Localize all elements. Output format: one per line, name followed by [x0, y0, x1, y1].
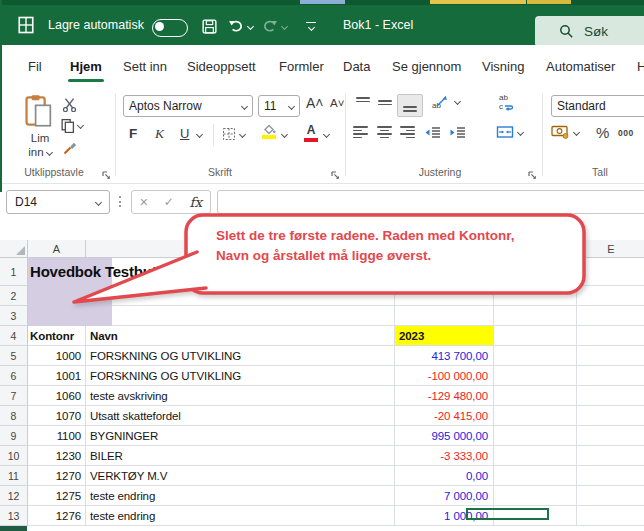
borders-dropdown[interactable]: [240, 132, 245, 137]
table-row[interactable]: 1060 teste avskriving -129 480,00: [28, 386, 644, 406]
comma-style-button[interactable]: 000: [618, 128, 634, 138]
underline-dropdown[interactable]: [197, 132, 202, 137]
cell-name[interactable]: FORSKNING OG UTVIKLING: [86, 366, 395, 385]
cell-account[interactable]: 1230: [28, 446, 86, 465]
cell-value[interactable]: 7 000,00: [395, 486, 494, 505]
cell-value[interactable]: -20 415,00: [395, 406, 494, 425]
row-header-8[interactable]: 8: [0, 406, 28, 426]
tab-hjem[interactable]: Hjem: [70, 59, 102, 74]
cell-value[interactable]: -100 000,00: [395, 366, 494, 385]
increase-indent-button[interactable]: [449, 126, 466, 139]
cell-value[interactable]: -3 333,00: [395, 446, 494, 465]
cell-c1[interactable]: [395, 258, 494, 285]
row-header-6[interactable]: 6: [0, 366, 28, 386]
enter-button[interactable]: ✓: [164, 195, 174, 209]
paste-button[interactable]: [24, 94, 54, 128]
cell-name[interactable]: Utsatt skattefordel: [86, 406, 395, 425]
cell-name[interactable]: BILER: [86, 446, 395, 465]
tab-visning[interactable]: Visning: [482, 59, 524, 74]
cell-b3[interactable]: [86, 306, 395, 325]
formula-bar-grip[interactable]: [119, 196, 121, 207]
cell-empty[interactable]: [577, 506, 644, 525]
table-row[interactable]: 1230 BILER -3 333,00: [28, 446, 644, 466]
cell-empty[interactable]: [494, 426, 577, 445]
row-header-9[interactable]: 9: [0, 426, 28, 446]
cell-name[interactable]: teste avskriving: [86, 386, 395, 405]
tab-fil[interactable]: Fil: [28, 59, 42, 74]
orientation-button[interactable]: ab: [432, 94, 449, 110]
tab-se-gjennom[interactable]: Se gjennom: [392, 59, 461, 74]
sheet-header-row[interactable]: Kontonr Navn 2023: [28, 326, 644, 346]
cell-name[interactable]: FORSKNING OG UTVIKLING: [86, 346, 395, 365]
cell-empty[interactable]: [577, 406, 644, 425]
save-button[interactable]: [201, 18, 218, 35]
align-right-button[interactable]: [399, 126, 415, 138]
paste-label[interactable]: Lim inn: [18, 132, 62, 160]
table-row[interactable]: 1100 BYGNINGER 995 000,00: [28, 426, 644, 446]
select-all-button[interactable]: [0, 240, 28, 258]
table-row[interactable]: 1070 Utsatt skattefordel -20 415,00: [28, 406, 644, 426]
cell-empty[interactable]: [494, 466, 577, 485]
redo-dropdown-chevron[interactable]: [281, 22, 288, 29]
cell-value[interactable]: -129 480,00: [395, 386, 494, 405]
row-header-3[interactable]: 3: [0, 306, 28, 326]
formula-input[interactable]: [217, 190, 644, 214]
align-top-button[interactable]: [356, 97, 370, 102]
column-header-b[interactable]: B: [86, 240, 395, 258]
number-format-combo[interactable]: Standard: [551, 95, 644, 117]
table-row[interactable]: 1000 FORSKNING OG UTVIKLING 413 700,00: [28, 346, 644, 366]
cell-value[interactable]: 0,00: [395, 466, 494, 485]
cell-e1[interactable]: [577, 258, 644, 285]
cell-d4[interactable]: [494, 326, 577, 345]
row-header-14-active[interactable]: [0, 526, 27, 531]
cut-button[interactable]: [62, 97, 77, 112]
cell-account[interactable]: 1000: [28, 346, 86, 365]
header-year[interactable]: 2023: [395, 326, 494, 345]
cell-empty[interactable]: [494, 346, 577, 365]
cell-empty[interactable]: [577, 346, 644, 365]
font-color-button[interactable]: A: [304, 123, 318, 142]
font-color-dropdown[interactable]: [324, 132, 329, 137]
accounting-format-button[interactable]: [551, 125, 579, 139]
row-header-5[interactable]: 5: [0, 346, 28, 366]
cell-name[interactable]: teste endring: [86, 486, 395, 505]
undo-button[interactable]: [228, 18, 253, 34]
sheet-row-3[interactable]: [28, 306, 644, 326]
cell-d3[interactable]: [494, 306, 577, 325]
italic-button[interactable]: K: [155, 126, 164, 142]
cell-account[interactable]: 1275: [28, 486, 86, 505]
tab-automatiser[interactable]: Automatiser: [546, 59, 615, 74]
search-box[interactable]: Søk: [535, 16, 644, 47]
wrap-text-button[interactable]: abc: [498, 92, 516, 112]
cell-empty[interactable]: [494, 386, 577, 405]
cell-name[interactable]: VERKTØY M.V: [86, 466, 395, 485]
row-header-2[interactable]: 2: [0, 286, 28, 306]
sheet-row-2[interactable]: [28, 286, 644, 306]
cell-account[interactable]: 1100: [28, 426, 86, 445]
cell-e3[interactable]: [577, 306, 644, 325]
cell-empty[interactable]: [577, 426, 644, 445]
column-header-a[interactable]: A: [28, 240, 86, 258]
fill-color-button[interactable]: [262, 124, 276, 139]
cell-name[interactable]: BYGNINGER: [86, 426, 395, 445]
cell-d2[interactable]: [494, 286, 577, 305]
borders-button[interactable]: [222, 127, 236, 141]
redo-button[interactable]: [262, 18, 287, 34]
tab-sideoppsett[interactable]: Sideoppsett: [187, 59, 256, 74]
active-cell-d14[interactable]: [466, 508, 549, 520]
qat-overflow-button[interactable]: [306, 22, 316, 33]
align-center-button[interactable]: [376, 126, 392, 138]
row-header-10[interactable]: 10: [0, 446, 28, 466]
autosave-toggle[interactable]: [152, 19, 188, 37]
tab-formler[interactable]: Formler: [279, 59, 324, 74]
tab-sett-inn[interactable]: Sett inn: [123, 59, 167, 74]
row-header-4[interactable]: 4: [0, 326, 28, 346]
sheet-title-cell[interactable]: Hovedbok Testbutikk: [30, 263, 177, 280]
row-header-13[interactable]: 13: [0, 506, 28, 526]
cell-account[interactable]: 1276: [28, 506, 86, 525]
fill-color-dropdown[interactable]: [282, 132, 287, 137]
name-box[interactable]: D14: [6, 190, 110, 214]
insert-function-button[interactable]: fx: [190, 194, 203, 210]
font-name-combo[interactable]: Aptos Narrow: [123, 95, 253, 117]
header-kontonr[interactable]: Kontonr: [28, 326, 86, 345]
